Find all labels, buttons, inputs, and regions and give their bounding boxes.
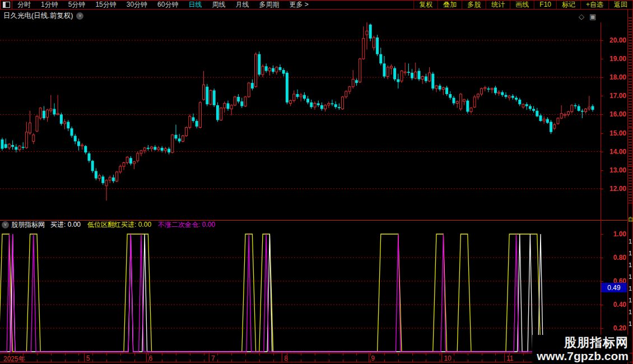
minor-tick xyxy=(384,360,385,362)
period-tab-60分钟[interactable]: 60分钟 xyxy=(152,0,183,10)
diamond-icon[interactable]: ◇ xyxy=(579,12,584,21)
indicator-chart[interactable] xyxy=(0,227,601,353)
strip-digit: 1 xyxy=(628,236,632,248)
minor-tick xyxy=(9,353,10,356)
minor-tick xyxy=(148,353,148,356)
price-tick-label: 16.00 xyxy=(602,110,626,118)
minor-tick xyxy=(176,353,176,356)
toolbar-button-标记[interactable]: 标记 xyxy=(556,1,580,9)
minor-tick xyxy=(398,360,399,362)
minor-tick xyxy=(106,360,107,362)
minor-tick xyxy=(176,360,176,362)
minor-tick xyxy=(204,360,204,362)
price-tick-label: 18.00 xyxy=(602,73,626,81)
time-tick-label: 2025年 xyxy=(3,354,25,364)
toolbar-button-F10[interactable]: F10 xyxy=(534,1,556,9)
app-window: 分时1分钟5分钟15分钟30分钟60分钟日线周线月线多周期 更多 > 复权叠加多… xyxy=(0,0,633,364)
chart-title-row: 日久光电(日线.前复权) ˅ xyxy=(0,10,627,22)
toolbar-button-叠加[interactable]: 叠加 xyxy=(437,1,462,9)
minor-tick xyxy=(78,360,79,362)
more-menu[interactable]: 更多 > xyxy=(284,0,313,10)
minor-tick xyxy=(509,360,510,362)
strip-section[interactable] xyxy=(629,78,632,128)
minor-tick xyxy=(231,353,232,356)
time-tick-label: 6 xyxy=(148,354,152,362)
month-boundary xyxy=(84,353,85,362)
layout-window-icon[interactable] xyxy=(0,1,12,9)
candlestick-chart[interactable] xyxy=(0,22,601,221)
period-tabs: 分时1分钟5分钟15分钟30分钟60分钟日线周线月线多周期 xyxy=(12,0,284,10)
minor-tick xyxy=(51,360,52,362)
minor-tick xyxy=(468,360,468,362)
period-tab-1分钟[interactable]: 1分钟 xyxy=(36,0,63,10)
toolbar-button-+自选[interactable]: +自选 xyxy=(580,1,608,9)
minor-tick xyxy=(482,353,482,356)
strip-section[interactable] xyxy=(629,130,632,166)
axis-border-line xyxy=(601,22,601,362)
minor-tick xyxy=(78,353,79,356)
toolbar-button-画线[interactable]: 画线 xyxy=(510,1,534,9)
month-boundary xyxy=(282,353,282,362)
period-tab-日线[interactable]: 日线 xyxy=(183,0,207,10)
minor-tick xyxy=(454,353,454,356)
minor-tick xyxy=(245,353,246,356)
period-tab-15分钟[interactable]: 15分钟 xyxy=(90,0,121,10)
strip-label[interactable]: 自 xyxy=(628,216,632,223)
minor-tick xyxy=(356,360,357,362)
price-tick-label: 12.00 xyxy=(602,185,626,193)
minor-tick xyxy=(162,353,162,356)
minor-tick xyxy=(315,353,315,356)
toolbar-button-多股[interactable]: 多股 xyxy=(462,1,486,9)
price-tick-label: 15.00 xyxy=(602,129,626,137)
toolbar-button-返回[interactable]: 返回 xyxy=(608,1,633,9)
price-tick-label: 20.00 xyxy=(602,36,626,44)
right-edge-strip[interactable]: 自11111111 xyxy=(628,10,632,364)
minor-tick xyxy=(217,360,218,362)
minor-tick xyxy=(148,360,148,362)
period-tab-月线[interactable]: 月线 xyxy=(230,0,254,10)
minor-tick xyxy=(495,353,496,356)
series-不涨二次全仓 xyxy=(0,234,601,352)
minor-tick xyxy=(468,353,468,356)
latest-value-badge: 0.49 xyxy=(601,283,627,292)
minor-tick xyxy=(301,360,301,362)
month-boundary xyxy=(504,353,505,362)
period-tab-5分钟[interactable]: 5分钟 xyxy=(63,0,91,10)
time-tick-label: 5 xyxy=(86,354,90,362)
minor-tick xyxy=(356,353,357,356)
month-boundary xyxy=(146,353,147,362)
minor-tick xyxy=(190,360,190,362)
watermark: 股朋指标网 www.7gpzb.com xyxy=(532,335,630,362)
watermark-url: www.7gpzb.com xyxy=(537,349,629,362)
chevron-down-circle-icon[interactable]: ˅ xyxy=(76,12,83,20)
period-tab-多周期[interactable]: 多周期 xyxy=(254,0,284,10)
toolbar-right-buttons: 复权叠加多股统计画线F10标记+自选返回 xyxy=(413,1,633,9)
minor-tick xyxy=(37,353,38,356)
window-split-icon[interactable]: ▣ xyxy=(589,12,596,21)
minor-tick xyxy=(384,353,385,356)
minor-tick xyxy=(9,360,10,362)
indicator-tick-label: 0.20 xyxy=(602,324,626,332)
strip-digit: 1 xyxy=(628,283,632,295)
minor-tick xyxy=(23,360,24,362)
minor-tick xyxy=(495,360,496,362)
minor-tick xyxy=(370,353,371,356)
top-toolbar: 分时1分钟5分钟15分钟30分钟60分钟日线周线月线多周期 更多 > 复权叠加多… xyxy=(0,0,633,10)
minor-tick xyxy=(217,353,218,356)
toolbar-button-复权[interactable]: 复权 xyxy=(413,1,437,9)
indicator-tick-label: 1.00 xyxy=(602,230,626,238)
period-tab-周线[interactable]: 周线 xyxy=(207,0,230,10)
indicator-tick-label: 0.40 xyxy=(602,301,626,309)
period-tab-分时[interactable]: 分时 xyxy=(12,0,36,10)
minor-tick xyxy=(65,353,66,356)
period-tab-30分钟[interactable]: 30分钟 xyxy=(122,0,152,10)
minor-tick xyxy=(134,353,135,356)
minor-tick xyxy=(162,360,162,362)
strip-section[interactable] xyxy=(629,169,632,203)
toolbar-button-统计[interactable]: 统计 xyxy=(486,1,510,9)
minor-tick xyxy=(523,353,524,356)
minor-tick xyxy=(329,353,329,356)
watermark-site-name: 股朋指标网 xyxy=(537,336,629,349)
strip-section[interactable] xyxy=(629,17,632,76)
minor-tick xyxy=(273,353,274,356)
